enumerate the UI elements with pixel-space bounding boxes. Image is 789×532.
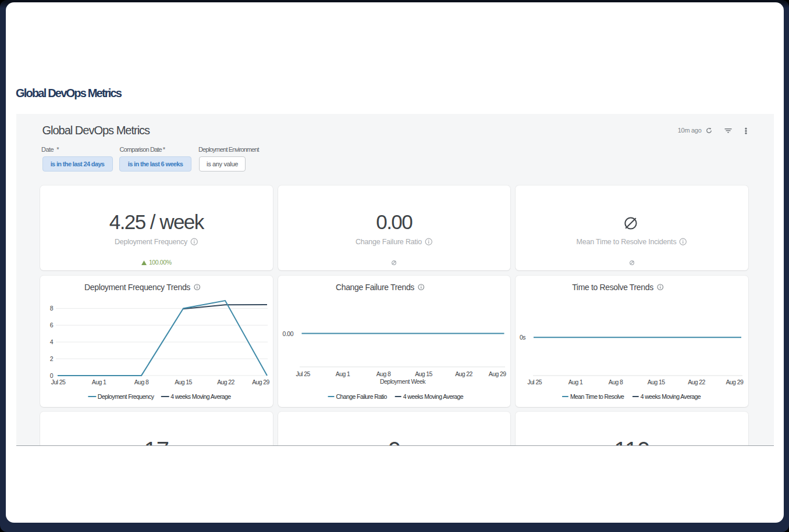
svg-text:Aug 8: Aug 8 [134,379,149,385]
svg-text:0s: 0s [520,334,525,341]
svg-text:Aug 22: Aug 22 [217,379,234,385]
svg-text:0.00: 0.00 [282,330,293,337]
svg-text:4 weeks Moving Average: 4 weeks Moving Average [641,393,701,400]
svg-text:Jul 25: Jul 25 [527,379,542,385]
svg-text:Mean Time to Resolve: Mean Time to Resolve [570,393,624,400]
svg-text:Jul 25: Jul 25 [51,379,66,385]
svg-text:4: 4 [50,338,54,345]
svg-text:Jul 25: Jul 25 [296,370,310,377]
svg-text:Aug 22: Aug 22 [455,370,472,377]
svg-text:Aug 8: Aug 8 [609,379,623,385]
svg-text:Aug 15: Aug 15 [415,370,432,377]
svg-text:Aug 22: Aug 22 [688,379,705,385]
svg-text:Aug 29: Aug 29 [488,370,506,377]
svg-text:Change Failure Ratio: Change Failure Ratio [336,393,387,400]
svg-text:Aug 1: Aug 1 [568,379,583,385]
svg-text:8: 8 [50,305,54,312]
svg-text:2: 2 [50,355,54,362]
svg-text:Aug 15: Aug 15 [175,379,192,385]
svg-text:4 weeks Moving Average: 4 weeks Moving Average [403,393,463,400]
svg-text:Aug 29: Aug 29 [252,379,269,385]
svg-text:4 weeks Moving Average: 4 weeks Moving Average [170,393,231,400]
svg-text:Aug 29: Aug 29 [726,379,743,385]
svg-text:Aug 1: Aug 1 [92,379,106,385]
svg-text:Aug 15: Aug 15 [648,379,665,385]
svg-text:Deployment Frequency: Deployment Frequency [98,393,155,400]
svg-text:6: 6 [50,322,54,329]
svg-text:0: 0 [50,372,54,379]
svg-text:Deployment Week: Deployment Week [379,378,425,385]
svg-text:Aug 1: Aug 1 [335,370,350,377]
svg-text:Aug 8: Aug 8 [376,370,390,377]
